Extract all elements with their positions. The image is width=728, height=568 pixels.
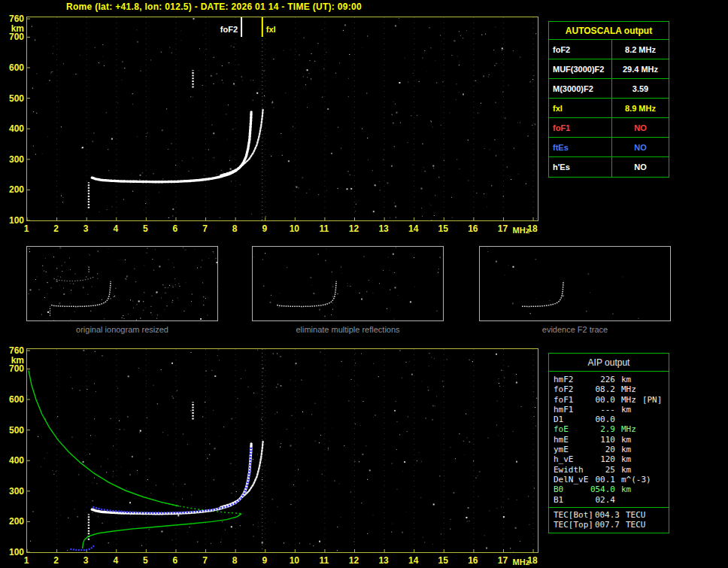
x-tick-label: 13: [375, 555, 393, 566]
x-tick-label: 10: [285, 223, 303, 234]
x-axis-unit: MHz: [513, 557, 530, 566]
ionogram-f2-trace: [277, 281, 336, 307]
x-tick-label: 14: [405, 223, 423, 234]
aip-output-table: AIP output hmF2226kmfoF208.2MHzfoF100.0M…: [548, 353, 669, 533]
thumbnail-caption-cleaned: eliminate multiple reflections: [252, 325, 444, 334]
y-tick-label: 200: [2, 516, 24, 527]
aip-name: hmF1: [549, 405, 590, 415]
param-value: NO: [612, 157, 669, 177]
y-tick-label: 400: [2, 123, 24, 134]
aip-row-ewidth: Ewidth25km: [549, 465, 669, 475]
plot-gridlines: [57, 349, 533, 552]
y-tick-label: 500: [2, 425, 24, 436]
x-tick-label: 12: [345, 555, 363, 566]
aip-unit: MHz: [621, 384, 636, 394]
profile-ionogram-canvas: [27, 349, 538, 552]
y-tick-label: 200: [2, 184, 24, 195]
param-label: ftEs: [549, 138, 612, 156]
aip-row-b1: B102.4: [549, 495, 669, 505]
y-tick-label: 600: [2, 62, 24, 73]
x-tick-label: 3: [77, 223, 95, 234]
aip-unit: km: [621, 465, 631, 475]
aip-value: 20: [590, 445, 615, 454]
aip-value: 110: [590, 435, 615, 445]
x-tick-label: 7: [196, 223, 214, 234]
x-tick-label: 7: [196, 555, 214, 566]
autoscala-table-rows: foF28.2 MHzMUF(3000)F229.4 MHzM(3000)F23…: [549, 40, 669, 177]
x-tick-label: 1: [17, 555, 35, 566]
aip-table-header: AIP output: [549, 354, 669, 372]
param-value: 8.2 MHz: [612, 40, 669, 59]
param-value: 3.59: [612, 79, 669, 98]
aip-value: 00.0: [590, 415, 615, 424]
x-tick-label: 15: [434, 223, 452, 234]
autoscala-row-ftes: ftEsNO: [549, 138, 669, 157]
param-value: NO: [612, 118, 669, 137]
x-tick-label: 12: [345, 223, 363, 234]
x-tick-label: 16: [464, 555, 482, 566]
aip-unit: km: [621, 375, 631, 384]
x-tick-label: 13: [375, 223, 393, 234]
x-tick-label: 5: [136, 555, 154, 566]
autoscala-row-m3000f2: M(3000)F23.59: [549, 79, 669, 99]
restored-trace: [70, 447, 250, 550]
aip-name: TEC[Bot]: [549, 510, 594, 520]
aip-row-delnve: DelN_vE00.1m^(-3): [549, 475, 669, 484]
aip-name: Ewidth: [549, 465, 590, 475]
aip-unit: TECU: [626, 520, 646, 530]
x-tick-label: 2: [47, 555, 65, 566]
station-title: Rome (lat: +41.8, lon: 012.5) - DATE: 20…: [66, 2, 362, 12]
aip-row-hve: h_vE120km: [549, 454, 669, 464]
aip-unit: TECU: [626, 510, 646, 520]
secondary-echoes: [50, 266, 94, 316]
noise-speckle: [253, 248, 441, 320]
autoscala-row-hes: h'EsNO: [549, 157, 669, 177]
x-tick-label: 3: [77, 555, 95, 566]
fxl-marker-label: fxl: [266, 25, 276, 34]
autoscala-row-muf3000f2: MUF(3000)F229.4 MHz: [549, 59, 669, 79]
axis-ticks: [27, 19, 533, 220]
autoscala-row-fxl: fxl8.9 MHz: [549, 99, 669, 118]
param-label: h'Es: [549, 157, 612, 177]
aip-note: [PN]: [642, 395, 663, 405]
y-tick-label: 500: [2, 93, 24, 104]
x-tick-label: 9: [256, 223, 274, 234]
x-tick-label: 17: [493, 555, 511, 566]
param-value: 8.9 MHz: [612, 99, 669, 117]
aip-unit: m^(-3): [621, 475, 651, 484]
thumbnail-original-canvas: [27, 247, 217, 320]
aip-name: h_vE: [549, 454, 590, 464]
aip-value: 08.2: [590, 384, 615, 394]
aip-value: 25: [590, 465, 615, 475]
x-tick-label: 11: [315, 555, 333, 566]
aip-value: 120: [590, 454, 615, 464]
aip-unit: km: [621, 435, 631, 445]
x-tick-label: 6: [166, 223, 184, 234]
x-tick-label: 15: [434, 555, 452, 566]
noise-speckle: [32, 17, 537, 220]
aip-name: foF1: [549, 395, 590, 405]
x-tick-label: 18: [523, 555, 541, 566]
y-tick-label: 300: [2, 154, 24, 165]
y-tick-label: 700: [2, 363, 24, 374]
x-tick-label: 8: [226, 555, 244, 566]
thumbnail-f2-trace: [479, 246, 671, 321]
aip-table-rows: hmF2226kmfoF208.2MHzfoF100.0MHz[PN]hmF1-…: [549, 372, 669, 507]
electron-density-profile: [29, 370, 241, 548]
thumbnail-caption-original: original ionogram resized: [26, 325, 218, 334]
aip-name: foE: [549, 424, 590, 434]
y-axis-unit: km: [2, 355, 24, 366]
param-value: NO: [612, 138, 669, 156]
aip-row-foe: foE2.9MHz: [549, 424, 669, 434]
autoscala-row-fof1: foF1NO: [549, 118, 669, 138]
y-tick-label: 600: [2, 394, 24, 405]
y-tick-label: 760: [2, 345, 24, 356]
y-tick-label: 400: [2, 455, 24, 466]
param-label: foF2: [549, 40, 612, 59]
x-tick-label: 8: [226, 223, 244, 234]
y-tick-label: 100: [2, 215, 24, 226]
ionogram-f2-trace: [522, 281, 563, 307]
thumbnail-f2-canvas: [480, 247, 670, 320]
y-tick-label: 300: [2, 486, 24, 497]
aip-row-hmf1: hmF1---km: [549, 405, 669, 415]
